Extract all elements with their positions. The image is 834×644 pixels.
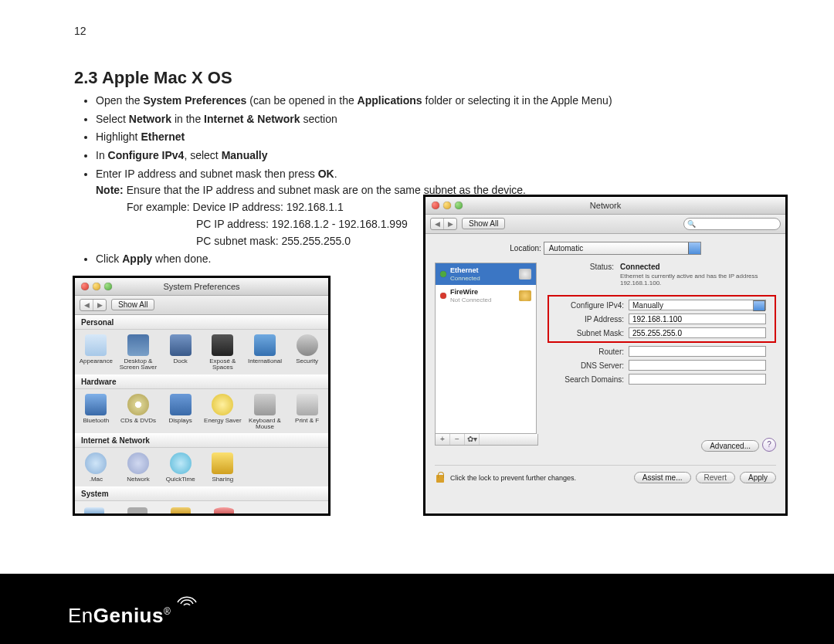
list-item: Highlight Ethernet	[96, 129, 788, 146]
pref-cds[interactable]: CDs & DVDs	[117, 389, 160, 434]
status-dot-icon	[440, 293, 446, 299]
section-heading: 2.3 Apple Mac X OS	[74, 68, 788, 88]
location-select[interactable]: Automatic	[544, 242, 701, 255]
search-icon: 🔍	[687, 220, 696, 228]
interface-list: Ethernet Connected FireWire Not Connecte…	[435, 263, 537, 434]
window-title: System Preferences	[75, 282, 328, 291]
section-system: System	[75, 487, 328, 501]
router-input[interactable]	[629, 346, 766, 357]
revert-button[interactable]: Revert	[696, 472, 735, 483]
interface-options-button[interactable]: ✿▾	[465, 434, 480, 445]
status-label: Status:	[551, 263, 619, 271]
window-controls[interactable]	[75, 283, 112, 290]
show-all-button[interactable]: Show All	[462, 218, 505, 229]
nav-back-forward[interactable]: ◀ ▶	[80, 299, 107, 311]
pref-expose[interactable]: Exposé & Spaces	[202, 330, 244, 375]
interface-tools: + − ✿▾	[435, 434, 538, 446]
help-button[interactable]: ?	[762, 438, 776, 452]
list-item: In Configure IPv4, select Manually	[96, 147, 788, 164]
pref-security[interactable]: Security	[286, 330, 328, 375]
highlight-box: Configure IPv4: Manually IP Address: Sub…	[548, 295, 776, 343]
mask-label: Subnet Mask:	[551, 329, 629, 337]
pref-energy[interactable]: Energy Saver	[202, 389, 244, 434]
interface-ethernet[interactable]: Ethernet Connected	[436, 263, 536, 285]
list-item: Open the System Preferences (can be open…	[96, 93, 788, 110]
section-hardware: Hardware	[75, 375, 328, 389]
zoom-icon[interactable]	[104, 283, 112, 290]
minimize-icon[interactable]	[443, 202, 451, 209]
dns-label: DNS Server:	[551, 361, 629, 370]
pref-print[interactable]: Print & F	[286, 389, 328, 434]
lock-text: Click the lock to prevent further change…	[450, 474, 576, 482]
pref-sharing[interactable]: Sharing	[202, 448, 244, 486]
interface-firewire[interactable]: FireWire Not Connected	[436, 285, 536, 307]
status-value: Connected	[620, 263, 776, 273]
zoom-icon[interactable]	[455, 202, 463, 209]
window-title: Network	[425, 201, 785, 210]
system-row-truncated	[75, 501, 328, 514]
status-subtext: Ethernet is currently active and has the…	[620, 273, 776, 287]
firewire-icon	[519, 290, 531, 301]
ethernet-icon	[519, 269, 531, 280]
list-item: Select Network in the Internet & Network…	[96, 111, 788, 128]
pref-bluetooth[interactable]: Bluetooth	[75, 389, 117, 434]
section-internet: Internet & Network	[75, 434, 328, 448]
pref-dock[interactable]: Dock	[159, 330, 202, 375]
ip-input[interactable]	[629, 314, 766, 324]
domains-label: Search Domains:	[551, 375, 629, 384]
nav-back-icon[interactable]: ◀	[80, 300, 93, 310]
show-all-button[interactable]: Show All	[111, 299, 154, 310]
lock-icon[interactable]	[435, 472, 446, 484]
pref-desktop[interactable]: Desktop & Screen Saver	[117, 330, 160, 375]
configure-select[interactable]: Manually	[629, 300, 766, 310]
nav-forward-icon[interactable]: ▶	[93, 300, 106, 310]
nav-back-forward[interactable]: ◀ ▶	[430, 218, 457, 230]
network-window: Network ◀ ▶ Show All 🔍 Location: Automat…	[423, 195, 788, 516]
assist-button[interactable]: Assist me...	[634, 472, 691, 483]
router-label: Router:	[551, 347, 629, 356]
pref-keyboard[interactable]: Keyboard & Mouse	[244, 389, 286, 434]
pref-network[interactable]: Network	[117, 448, 160, 486]
search-input[interactable]: 🔍	[683, 218, 781, 230]
pref-dotmac[interactable]: .Mac	[75, 448, 117, 486]
remove-interface-button[interactable]: −	[450, 434, 465, 445]
configure-label: Configure IPv4:	[551, 301, 629, 310]
window-controls[interactable]	[425, 202, 463, 209]
pref-appearance[interactable]: Appearance	[75, 330, 117, 375]
ip-label: IP Address:	[551, 315, 629, 324]
nav-forward-icon[interactable]: ▶	[444, 219, 456, 229]
minimize-icon[interactable]	[93, 283, 100, 290]
page-number: 12	[74, 25, 788, 37]
pref-quicktime[interactable]: QuickTime	[159, 448, 202, 486]
pref-international[interactable]: International	[244, 330, 286, 375]
pref-displays[interactable]: Displays	[159, 389, 202, 434]
footer: EnGenius®	[0, 576, 834, 644]
apply-button[interactable]: Apply	[740, 472, 776, 483]
advanced-button[interactable]: Advanced...	[701, 440, 759, 452]
location-label: Location:	[510, 244, 541, 253]
nav-back-icon[interactable]: ◀	[431, 219, 444, 229]
close-icon[interactable]	[81, 283, 89, 290]
domains-input[interactable]	[629, 374, 766, 385]
close-icon[interactable]	[432, 202, 439, 209]
dns-input[interactable]	[629, 360, 766, 371]
section-personal: Personal	[75, 316, 328, 330]
wifi-icon	[176, 593, 198, 605]
add-interface-button[interactable]: +	[436, 434, 450, 445]
system-preferences-window: System Preferences ◀ ▶ Show All Personal…	[73, 276, 331, 516]
status-dot-icon	[440, 271, 446, 277]
brand-logo: EnGenius®	[0, 576, 834, 628]
mask-input[interactable]	[629, 327, 766, 338]
